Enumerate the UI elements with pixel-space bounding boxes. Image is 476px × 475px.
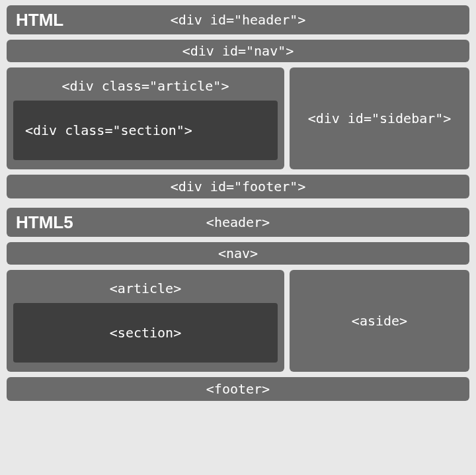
html4-title: HTML [16, 10, 63, 30]
html5-header-box: HTML5 <header> [7, 208, 469, 237]
html4-header-label: <div id="header"> [171, 12, 306, 28]
html4-sidebar-label: <div id="sidebar"> [308, 110, 452, 126]
html5-title: HTML5 [16, 212, 73, 233]
html4-article-label: <div class="article"> [13, 74, 278, 101]
html4-footer-box: <div id="footer"> [7, 175, 469, 198]
html4-panel: HTML <div id="header"> <div id="nav"> <d… [7, 5, 469, 198]
html4-nav-box: <div id="nav"> [7, 40, 469, 62]
html5-nav-box: <nav> [7, 242, 469, 265]
html5-sidebar-box: <aside> [290, 270, 469, 372]
html4-sidebar-box: <div id="sidebar"> [290, 67, 469, 169]
html5-header-label: <header> [206, 214, 270, 230]
html5-footer-box: <footer> [7, 377, 469, 401]
html4-header-box: HTML <div id="header"> [7, 5, 469, 34]
html5-section-box: <section> [13, 303, 278, 363]
html4-section-label: <div class="section"> [25, 122, 192, 138]
html5-middle-row: <article> <section> <aside> [7, 270, 469, 372]
html4-article-box: <div class="article"> <div class="sectio… [7, 67, 284, 169]
html5-panel: HTML5 <header> <nav> <article> <section>… [7, 208, 469, 401]
html4-footer-label: <div id="footer"> [171, 179, 306, 194]
html5-article-label: <article> [13, 277, 278, 303]
html4-middle-row: <div class="article"> <div class="sectio… [7, 67, 469, 169]
html5-article-box: <article> <section> [7, 270, 284, 372]
html5-footer-label: <footer> [206, 381, 270, 397]
html5-sidebar-label: <aside> [352, 313, 407, 329]
html4-nav-label: <div id="nav"> [182, 43, 294, 59]
html4-section-box: <div class="section"> [13, 101, 278, 160]
html5-section-label: <section> [110, 325, 181, 341]
html5-nav-label: <nav> [218, 245, 258, 261]
